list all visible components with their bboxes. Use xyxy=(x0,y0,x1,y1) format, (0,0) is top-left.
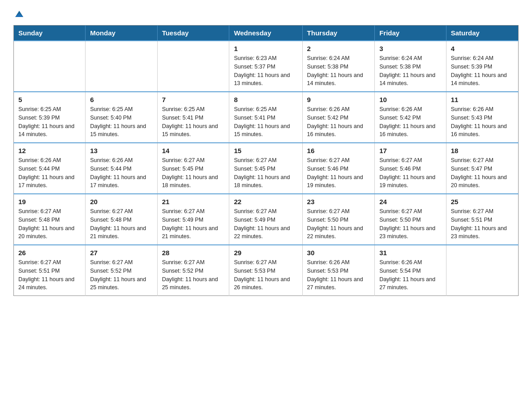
day-detail: Sunrise: 6:25 AMSunset: 5:41 PMDaylight:… xyxy=(234,105,297,139)
day-number: 7 xyxy=(162,96,225,103)
calendar-week-row: 1Sunrise: 6:23 AMSunset: 5:37 PMDaylight… xyxy=(14,41,519,92)
day-detail: Sunrise: 6:27 AMSunset: 5:52 PMDaylight:… xyxy=(162,258,225,292)
day-number: 3 xyxy=(379,45,442,52)
day-detail: Sunrise: 6:24 AMSunset: 5:39 PMDaylight:… xyxy=(451,54,514,88)
calendar-cell: 25Sunrise: 6:27 AMSunset: 5:51 PMDayligh… xyxy=(446,194,518,245)
calendar-cell: 11Sunrise: 6:26 AMSunset: 5:43 PMDayligh… xyxy=(446,92,518,143)
calendar-cell: 12Sunrise: 6:26 AMSunset: 5:44 PMDayligh… xyxy=(14,143,86,194)
day-detail: Sunrise: 6:26 AMSunset: 5:44 PMDaylight:… xyxy=(90,156,152,190)
day-of-week-header: Saturday xyxy=(446,26,518,41)
day-detail: Sunrise: 6:27 AMSunset: 5:50 PMDaylight:… xyxy=(379,207,442,241)
day-number: 11 xyxy=(451,96,514,103)
day-number: 28 xyxy=(162,249,225,257)
day-of-week-header: Monday xyxy=(86,26,157,41)
day-detail: Sunrise: 6:25 AMSunset: 5:41 PMDaylight:… xyxy=(162,105,225,139)
day-detail: Sunrise: 6:24 AMSunset: 5:38 PMDaylight:… xyxy=(379,54,442,88)
day-number: 1 xyxy=(234,45,297,52)
calendar-cell xyxy=(157,41,229,92)
day-detail: Sunrise: 6:26 AMSunset: 5:43 PMDaylight:… xyxy=(451,105,514,139)
day-detail: Sunrise: 6:26 AMSunset: 5:42 PMDaylight:… xyxy=(379,105,442,139)
day-number: 4 xyxy=(451,45,514,52)
page-header xyxy=(13,9,519,17)
day-number: 20 xyxy=(90,198,152,206)
day-number: 2 xyxy=(307,45,370,52)
day-of-week-header: Thursday xyxy=(302,26,375,41)
day-detail: Sunrise: 6:26 AMSunset: 5:42 PMDaylight:… xyxy=(307,105,370,139)
day-number: 10 xyxy=(379,96,442,103)
calendar-cell: 16Sunrise: 6:27 AMSunset: 5:46 PMDayligh… xyxy=(302,143,375,194)
day-of-week-header: Sunday xyxy=(14,26,86,41)
day-of-week-header: Tuesday xyxy=(157,26,229,41)
day-of-week-header: Friday xyxy=(375,26,446,41)
calendar-cell: 21Sunrise: 6:27 AMSunset: 5:49 PMDayligh… xyxy=(157,194,229,245)
day-number: 13 xyxy=(90,147,152,154)
day-detail: Sunrise: 6:25 AMSunset: 5:40 PMDaylight:… xyxy=(90,105,152,139)
day-detail: Sunrise: 6:25 AMSunset: 5:39 PMDaylight:… xyxy=(18,105,81,139)
day-detail: Sunrise: 6:27 AMSunset: 5:49 PMDaylight:… xyxy=(234,207,297,241)
day-number: 23 xyxy=(307,198,370,206)
day-number: 8 xyxy=(234,96,297,103)
calendar-cell: 13Sunrise: 6:26 AMSunset: 5:44 PMDayligh… xyxy=(86,143,157,194)
calendar-week-row: 19Sunrise: 6:27 AMSunset: 5:48 PMDayligh… xyxy=(14,194,519,245)
calendar-week-row: 26Sunrise: 6:27 AMSunset: 5:51 PMDayligh… xyxy=(14,245,519,296)
calendar-cell: 17Sunrise: 6:27 AMSunset: 5:46 PMDayligh… xyxy=(375,143,446,194)
day-detail: Sunrise: 6:27 AMSunset: 5:45 PMDaylight:… xyxy=(234,156,297,190)
calendar-cell xyxy=(446,245,518,296)
calendar-cell: 4Sunrise: 6:24 AMSunset: 5:39 PMDaylight… xyxy=(446,41,518,92)
day-number: 31 xyxy=(379,249,442,257)
day-number: 12 xyxy=(18,147,81,154)
logo-icon xyxy=(14,9,24,19)
calendar-cell: 29Sunrise: 6:27 AMSunset: 5:53 PMDayligh… xyxy=(229,245,302,296)
calendar-cell: 23Sunrise: 6:27 AMSunset: 5:50 PMDayligh… xyxy=(302,194,375,245)
calendar-cell: 27Sunrise: 6:27 AMSunset: 5:52 PMDayligh… xyxy=(86,245,157,296)
calendar-cell: 6Sunrise: 6:25 AMSunset: 5:40 PMDaylight… xyxy=(86,92,157,143)
day-number: 22 xyxy=(234,198,297,206)
day-number: 25 xyxy=(451,198,514,206)
calendar-cell: 5Sunrise: 6:25 AMSunset: 5:39 PMDaylight… xyxy=(14,92,86,143)
calendar-week-row: 12Sunrise: 6:26 AMSunset: 5:44 PMDayligh… xyxy=(14,143,519,194)
day-of-week-header: Wednesday xyxy=(229,26,302,41)
calendar-cell: 2Sunrise: 6:24 AMSunset: 5:38 PMDaylight… xyxy=(302,41,375,92)
day-detail: Sunrise: 6:27 AMSunset: 5:52 PMDaylight:… xyxy=(90,258,152,292)
day-detail: Sunrise: 6:27 AMSunset: 5:53 PMDaylight:… xyxy=(234,258,297,292)
calendar-table: SundayMondayTuesdayWednesdayThursdayFrid… xyxy=(13,25,519,296)
day-detail: Sunrise: 6:26 AMSunset: 5:44 PMDaylight:… xyxy=(18,156,81,190)
day-number: 27 xyxy=(90,249,152,257)
logo xyxy=(13,9,24,17)
calendar-cell: 28Sunrise: 6:27 AMSunset: 5:52 PMDayligh… xyxy=(157,245,229,296)
day-detail: Sunrise: 6:27 AMSunset: 5:51 PMDaylight:… xyxy=(18,258,81,292)
calendar-cell: 15Sunrise: 6:27 AMSunset: 5:45 PMDayligh… xyxy=(229,143,302,194)
calendar-cell: 20Sunrise: 6:27 AMSunset: 5:48 PMDayligh… xyxy=(86,194,157,245)
day-detail: Sunrise: 6:27 AMSunset: 5:51 PMDaylight:… xyxy=(451,207,514,241)
day-detail: Sunrise: 6:26 AMSunset: 5:54 PMDaylight:… xyxy=(379,258,442,292)
day-number: 21 xyxy=(162,198,225,206)
calendar-cell: 31Sunrise: 6:26 AMSunset: 5:54 PMDayligh… xyxy=(375,245,446,296)
day-number: 17 xyxy=(379,147,442,154)
calendar-cell: 1Sunrise: 6:23 AMSunset: 5:37 PMDaylight… xyxy=(229,41,302,92)
day-detail: Sunrise: 6:24 AMSunset: 5:38 PMDaylight:… xyxy=(307,54,370,88)
day-detail: Sunrise: 6:27 AMSunset: 5:50 PMDaylight:… xyxy=(307,207,370,241)
calendar-cell: 9Sunrise: 6:26 AMSunset: 5:42 PMDaylight… xyxy=(302,92,375,143)
day-number: 6 xyxy=(90,96,152,103)
day-detail: Sunrise: 6:27 AMSunset: 5:46 PMDaylight:… xyxy=(379,156,442,190)
calendar-cell: 30Sunrise: 6:26 AMSunset: 5:53 PMDayligh… xyxy=(302,245,375,296)
calendar-cell xyxy=(86,41,157,92)
day-number: 24 xyxy=(379,198,442,206)
calendar-cell: 14Sunrise: 6:27 AMSunset: 5:45 PMDayligh… xyxy=(157,143,229,194)
day-number: 30 xyxy=(307,249,370,257)
day-number: 16 xyxy=(307,147,370,154)
day-detail: Sunrise: 6:27 AMSunset: 5:46 PMDaylight:… xyxy=(307,156,370,190)
calendar-cell: 22Sunrise: 6:27 AMSunset: 5:49 PMDayligh… xyxy=(229,194,302,245)
day-detail: Sunrise: 6:23 AMSunset: 5:37 PMDaylight:… xyxy=(234,54,297,88)
calendar-cell xyxy=(14,41,86,92)
day-number: 5 xyxy=(18,96,81,103)
day-number: 15 xyxy=(234,147,297,154)
calendar-cell: 10Sunrise: 6:26 AMSunset: 5:42 PMDayligh… xyxy=(375,92,446,143)
calendar-cell: 8Sunrise: 6:25 AMSunset: 5:41 PMDaylight… xyxy=(229,92,302,143)
day-number: 18 xyxy=(451,147,514,154)
day-number: 29 xyxy=(234,249,297,257)
day-detail: Sunrise: 6:27 AMSunset: 5:49 PMDaylight:… xyxy=(162,207,225,241)
day-number: 26 xyxy=(18,249,81,257)
calendar-cell: 3Sunrise: 6:24 AMSunset: 5:38 PMDaylight… xyxy=(375,41,446,92)
calendar-header-row: SundayMondayTuesdayWednesdayThursdayFrid… xyxy=(14,26,519,41)
